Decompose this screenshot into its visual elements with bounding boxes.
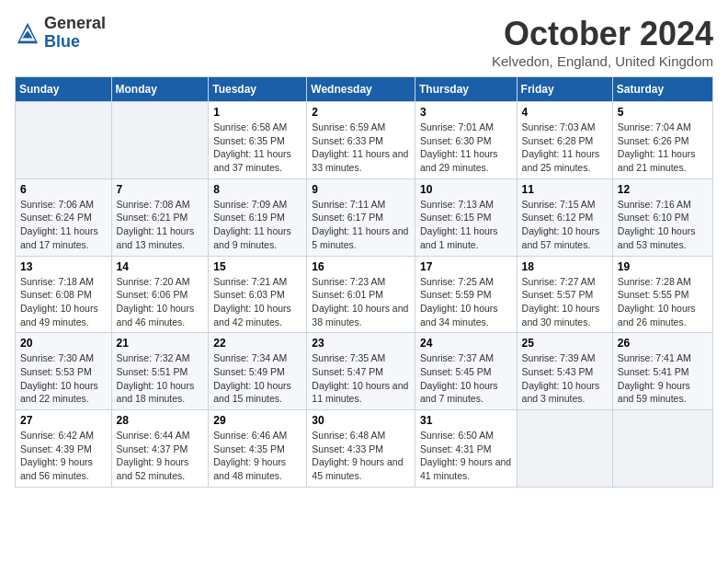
day-info: Sunrise: 7:27 AMSunset: 5:57 PMDaylight:… [522,276,600,327]
day-info: Sunrise: 7:34 AMSunset: 5:49 PMDaylight:… [213,352,291,404]
logo-general-text: General [44,14,106,32]
calendar-cell: 20Sunrise: 7:30 AMSunset: 5:53 PMDayligh… [16,333,112,410]
calendar-cell: 18Sunrise: 7:27 AMSunset: 5:57 PMDayligh… [517,256,612,333]
month-title: October 2024 [492,15,713,53]
calendar-cell: 26Sunrise: 7:41 AMSunset: 5:41 PMDayligh… [612,333,712,410]
day-info: Sunrise: 7:28 AMSunset: 5:55 PMDaylight:… [618,276,696,327]
day-info: Sunrise: 6:58 AMSunset: 6:35 PMDaylight:… [213,121,291,173]
day-info: Sunrise: 7:32 AMSunset: 5:51 PMDaylight:… [117,352,195,404]
header-row: SundayMondayTuesdayWednesdayThursdayFrid… [16,77,713,102]
day-info: Sunrise: 7:39 AMSunset: 5:43 PMDaylight:… [522,352,600,404]
day-info: Sunrise: 6:42 AMSunset: 4:39 PMDaylight:… [20,430,94,481]
day-info: Sunrise: 7:15 AMSunset: 6:12 PMDaylight:… [522,199,600,250]
day-number: 1 [213,106,301,119]
calendar-cell: 5Sunrise: 7:04 AMSunset: 6:26 PMDaylight… [612,102,712,179]
title-block: October 2024 Kelvedon, England, United K… [492,15,713,69]
day-number: 5 [618,106,708,119]
calendar-cell: 24Sunrise: 7:37 AMSunset: 5:45 PMDayligh… [415,333,517,410]
calendar-cell: 27Sunrise: 6:42 AMSunset: 4:39 PMDayligh… [16,410,112,488]
day-info: Sunrise: 7:04 AMSunset: 6:26 PMDaylight:… [618,121,696,173]
day-info: Sunrise: 7:30 AMSunset: 5:53 PMDaylight:… [20,352,98,404]
day-info: Sunrise: 6:59 AMSunset: 6:33 PMDaylight:… [312,121,408,173]
calendar-cell: 15Sunrise: 7:21 AMSunset: 6:03 PMDayligh… [209,256,307,333]
calendar-cell: 7Sunrise: 7:08 AMSunset: 6:21 PMDaylight… [111,178,209,256]
calendar-cell [16,102,112,179]
calendar-cell: 3Sunrise: 7:01 AMSunset: 6:30 PMDaylight… [415,102,517,179]
day-number: 16 [312,260,410,273]
day-info: Sunrise: 7:09 AMSunset: 6:19 PMDaylight:… [213,199,291,250]
day-info: Sunrise: 7:01 AMSunset: 6:30 PMDaylight:… [420,121,498,173]
day-number: 24 [420,337,512,350]
day-info: Sunrise: 6:50 AMSunset: 4:31 PMDaylight:… [420,430,511,481]
day-number: 19 [618,260,708,273]
calendar-cell: 23Sunrise: 7:35 AMSunset: 5:47 PMDayligh… [307,333,415,410]
calendar-cell: 19Sunrise: 7:28 AMSunset: 5:55 PMDayligh… [612,256,712,333]
calendar-cell: 22Sunrise: 7:34 AMSunset: 5:49 PMDayligh… [209,333,307,410]
day-info: Sunrise: 7:11 AMSunset: 6:17 PMDaylight:… [312,199,408,250]
day-info: Sunrise: 7:20 AMSunset: 6:06 PMDaylight:… [117,276,195,327]
header-day-friday: Friday [517,77,612,102]
day-number: 9 [312,183,410,196]
day-number: 14 [117,260,204,273]
day-number: 18 [522,260,608,273]
day-info: Sunrise: 7:08 AMSunset: 6:21 PMDaylight:… [117,199,195,250]
logo-icon [15,20,40,46]
calendar-cell: 4Sunrise: 7:03 AMSunset: 6:28 PMDaylight… [517,102,612,179]
day-number: 10 [420,183,512,196]
calendar-cell: 14Sunrise: 7:20 AMSunset: 6:06 PMDayligh… [111,256,209,333]
calendar-cell: 9Sunrise: 7:11 AMSunset: 6:17 PMDaylight… [307,178,415,256]
day-info: Sunrise: 6:46 AMSunset: 4:35 PMDaylight:… [213,430,287,481]
logo-blue-text: Blue [44,32,80,51]
day-number: 20 [20,337,107,350]
calendar-week-4: 20Sunrise: 7:30 AMSunset: 5:53 PMDayligh… [16,333,713,410]
day-number: 22 [213,337,301,350]
location-subtitle: Kelvedon, England, United Kingdom [492,53,713,69]
day-number: 23 [312,337,410,350]
day-number: 15 [213,260,301,273]
day-number: 11 [522,183,608,196]
calendar-body: 1Sunrise: 6:58 AMSunset: 6:35 PMDaylight… [16,102,713,488]
header-day-monday: Monday [111,77,209,102]
day-number: 13 [20,260,107,273]
calendar-cell: 13Sunrise: 7:18 AMSunset: 6:08 PMDayligh… [16,256,112,333]
calendar-cell: 31Sunrise: 6:50 AMSunset: 4:31 PMDayligh… [415,410,517,488]
day-number: 27 [20,414,107,427]
calendar-cell [111,102,209,179]
calendar-header: SundayMondayTuesdayWednesdayThursdayFrid… [16,77,713,102]
day-number: 29 [213,414,301,427]
day-info: Sunrise: 7:37 AMSunset: 5:45 PMDaylight:… [420,352,498,404]
calendar-cell: 11Sunrise: 7:15 AMSunset: 6:12 PMDayligh… [517,178,612,256]
day-info: Sunrise: 7:25 AMSunset: 5:59 PMDaylight:… [420,276,498,327]
day-info: Sunrise: 7:35 AMSunset: 5:47 PMDaylight:… [312,352,408,404]
calendar-week-5: 27Sunrise: 6:42 AMSunset: 4:39 PMDayligh… [16,410,713,488]
day-number: 21 [117,337,204,350]
day-info: Sunrise: 7:41 AMSunset: 5:41 PMDaylight:… [618,352,691,404]
calendar-cell: 30Sunrise: 6:48 AMSunset: 4:33 PMDayligh… [307,410,415,488]
day-number: 3 [420,106,512,119]
day-number: 25 [522,337,608,350]
logo: General Blue [15,15,106,52]
day-info: Sunrise: 6:48 AMSunset: 4:33 PMDaylight:… [312,430,403,481]
day-number: 12 [618,183,708,196]
day-info: Sunrise: 7:23 AMSunset: 6:01 PMDaylight:… [312,276,408,327]
day-info: Sunrise: 7:18 AMSunset: 6:08 PMDaylight:… [20,276,98,327]
day-info: Sunrise: 7:16 AMSunset: 6:10 PMDaylight:… [618,199,696,250]
calendar-cell: 16Sunrise: 7:23 AMSunset: 6:01 PMDayligh… [307,256,415,333]
day-number: 17 [420,260,512,273]
calendar-cell [612,410,712,488]
day-number: 4 [522,106,608,119]
calendar-cell: 6Sunrise: 7:06 AMSunset: 6:24 PMDaylight… [16,178,112,256]
day-number: 6 [20,183,107,196]
day-number: 2 [312,106,410,119]
day-number: 26 [618,337,708,350]
header-day-sunday: Sunday [16,77,112,102]
calendar-week-2: 6Sunrise: 7:06 AMSunset: 6:24 PMDaylight… [16,178,713,256]
calendar-cell: 29Sunrise: 6:46 AMSunset: 4:35 PMDayligh… [209,410,307,488]
day-number: 31 [420,414,512,427]
calendar-cell [517,410,612,488]
day-number: 30 [312,414,410,427]
header-day-saturday: Saturday [612,77,712,102]
calendar-cell: 28Sunrise: 6:44 AMSunset: 4:37 PMDayligh… [111,410,209,488]
calendar-cell: 10Sunrise: 7:13 AMSunset: 6:15 PMDayligh… [415,178,517,256]
calendar-week-1: 1Sunrise: 6:58 AMSunset: 6:35 PMDaylight… [16,102,713,179]
